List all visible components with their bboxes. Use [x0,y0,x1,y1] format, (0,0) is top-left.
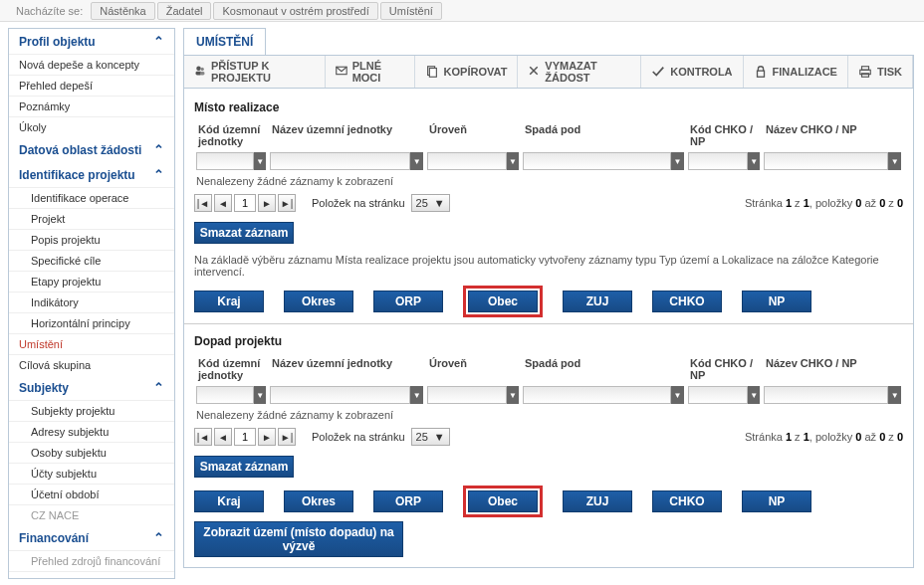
sidebar-group-identifikace[interactable]: Identifikace projektu ⌃ [9,162,174,187]
filter-dropdown-icon[interactable]: ▼ [748,386,760,404]
sidebar-item[interactable]: Nová depeše a koncepty [9,54,174,75]
filter-dropdown-icon[interactable]: ▼ [888,152,901,170]
filter-dropdown-icon[interactable]: ▼ [671,152,684,170]
pager-page-input[interactable] [234,428,256,446]
filter-dropdown-icon[interactable]: ▼ [888,386,901,404]
tab-umisteni[interactable]: UMÍSTĚNÍ [183,28,266,55]
okres-button[interactable]: Okres [284,291,353,312]
chko-button[interactable]: CHKO [652,291,722,312]
sidebar-item-umisteni[interactable]: Umístění [9,333,174,354]
pager-next-button[interactable]: ► [258,194,276,212]
sidebar-item[interactable]: Účetní období [9,484,174,504]
column-header[interactable]: Název CHKO / NP [762,120,903,150]
sidebar-item[interactable]: Osoby subjektu [9,442,174,463]
okres-button[interactable]: Okres [284,490,353,512]
sidebar-item[interactable]: Cílová skupina [9,354,174,375]
filter-input[interactable] [196,386,254,404]
column-header[interactable]: Kód CHKO / NP [686,120,762,150]
column-header[interactable]: Spadá pod [521,354,686,384]
breadcrumb-item[interactable]: Žadatel [157,2,212,20]
pager-last-button[interactable]: ►| [278,194,296,212]
filter-input[interactable] [427,386,507,404]
sidebar-item[interactable]: Poznámky [9,96,174,116]
pager-page-input[interactable] [234,194,256,212]
zuj-button[interactable]: ZUJ [563,291,632,312]
sidebar-item[interactable]: Přehled depeší [9,75,174,96]
np-button[interactable]: NP [742,291,811,312]
filter-input[interactable] [270,152,410,170]
sidebar-item[interactable]: Úkoly [9,116,174,137]
zuj-button[interactable]: ZUJ [563,490,632,512]
sidebar-item[interactable]: Subjekty projektu [9,400,174,421]
filter-input[interactable] [270,386,410,404]
sidebar-item[interactable]: Indikátory [9,292,174,312]
per-page-select[interactable]: 25▼ [411,428,450,446]
obec-button[interactable]: Obec [468,291,538,312]
np-button[interactable]: NP [742,490,811,512]
column-header[interactable]: Kód územní jednotky [194,120,268,150]
sidebar-item[interactable]: Specifické cíle [9,250,174,271]
show-territory-button[interactable]: Zobrazit území (místo dopadu) na výzvě [194,521,403,557]
toolbar-kontrola[interactable]: KONTROLA [641,56,743,88]
filter-input[interactable] [523,386,671,404]
pager-first-button[interactable]: |◄ [194,428,212,446]
pager-prev-button[interactable]: ◄ [214,194,232,212]
kraj-button[interactable]: Kraj [194,291,264,312]
sidebar-group-profil-objektu[interactable]: Profil objektu ⌃ [9,29,174,54]
pager-next-button[interactable]: ► [258,428,276,446]
toolbar-vymazat[interactable]: VYMAZAT ŽÁDOST [518,56,641,88]
sidebar-group-datova-oblast[interactable]: Datová oblast žádosti ⌃ [9,137,174,162]
filter-dropdown-icon[interactable]: ▼ [671,386,684,404]
sidebar-item[interactable]: Účty subjektu [9,463,174,484]
kraj-button[interactable]: Kraj [194,490,264,512]
toolbar-tisk[interactable]: TISK [848,56,913,88]
filter-dropdown-icon[interactable]: ▼ [410,152,423,170]
filter-input[interactable] [196,152,254,170]
obec-button[interactable]: Obec [468,490,538,512]
pager-first-button[interactable]: |◄ [194,194,212,212]
filter-dropdown-icon[interactable]: ▼ [748,152,760,170]
sidebar-item[interactable]: CZ NACE [9,504,174,525]
sidebar-item[interactable]: Etapy projektu [9,271,174,292]
per-page-select[interactable]: 25▼ [411,194,450,212]
sidebar-item[interactable]: Finanční plán [9,571,174,579]
sidebar-group-financovani[interactable]: Financování ⌃ [9,525,174,550]
sidebar-item[interactable]: Projekt [9,208,174,229]
filter-input[interactable] [427,152,507,170]
sidebar-item[interactable]: Identifikace operace [9,187,174,208]
toolbar-kopirovat[interactable]: KOPÍROVAT [415,56,519,88]
column-header[interactable]: Název územní jednotky [268,120,425,150]
toolbar-finalizace[interactable]: FINALIZACE [744,56,848,88]
filter-input[interactable] [764,386,888,404]
column-header[interactable]: Kód územní jednotky [194,354,268,384]
filter-input[interactable] [523,152,671,170]
pager-last-button[interactable]: ►| [278,428,296,446]
column-header[interactable]: Název CHKO / NP [762,354,903,384]
column-header[interactable]: Kód CHKO / NP [686,354,762,384]
toolbar-pristup[interactable]: PŘÍSTUP K PROJEKTU [184,56,326,88]
filter-input[interactable] [688,386,748,404]
column-header[interactable]: Spadá pod [521,120,686,150]
orp-button[interactable]: ORP [373,490,443,512]
filter-dropdown-icon[interactable]: ▼ [507,152,519,170]
delete-record-button[interactable]: Smazat záznam [194,222,294,244]
toolbar-plnemoci[interactable]: PLNÉ MOCI [326,56,415,88]
filter-dropdown-icon[interactable]: ▼ [254,152,266,170]
breadcrumb-item[interactable]: Nástěnka [91,2,154,20]
column-header[interactable]: Název územní jednotky [268,354,425,384]
column-header[interactable]: Úroveň [425,120,521,150]
delete-record-button[interactable]: Smazat záznam [194,456,294,478]
breadcrumb-item[interactable]: Kosmonaut v ostrém prostředí [213,2,377,20]
orp-button[interactable]: ORP [373,291,443,312]
filter-dropdown-icon[interactable]: ▼ [410,386,423,404]
sidebar-item[interactable]: Přehled zdrojů financování [9,550,174,571]
filter-dropdown-icon[interactable]: ▼ [507,386,519,404]
sidebar-item[interactable]: Horizontální principy [9,312,174,333]
column-header[interactable]: Úroveň [425,354,521,384]
sidebar-group-subjekty[interactable]: Subjekty ⌃ [9,375,174,400]
sidebar-item[interactable]: Popis projektu [9,229,174,250]
sidebar-item[interactable]: Adresy subjektu [9,421,174,442]
filter-input[interactable] [764,152,888,170]
pager-prev-button[interactable]: ◄ [214,428,232,446]
breadcrumb-item[interactable]: Umístění [380,2,442,20]
